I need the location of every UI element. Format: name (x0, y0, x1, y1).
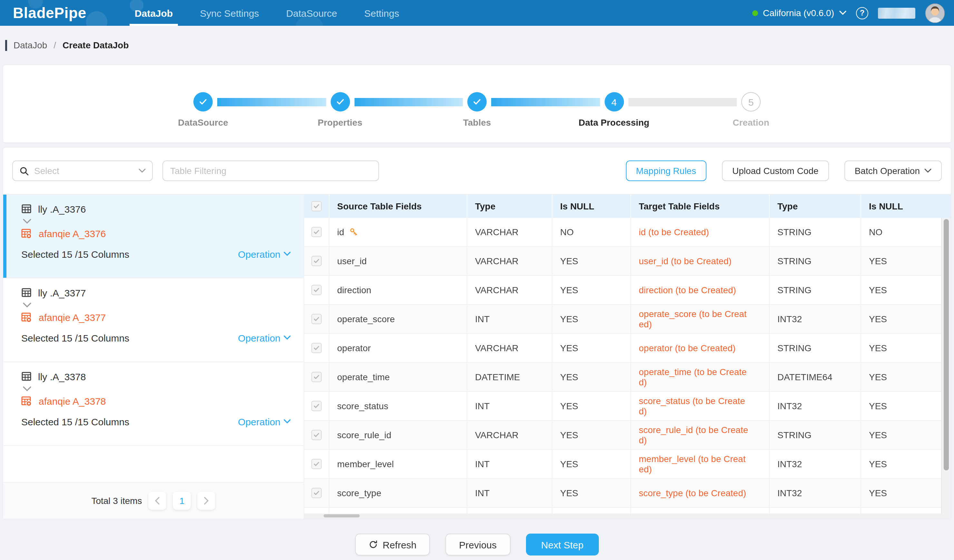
target-field-type: INT32 (777, 488, 802, 498)
target-field-name: operator (to be Created) (639, 343, 736, 353)
source-field-name: member_level (337, 459, 394, 469)
breadcrumb-separator: / (53, 40, 56, 50)
pagination-page-1[interactable]: 1 (173, 492, 191, 510)
target-field-isnull: YES (869, 256, 887, 266)
row-checkbox[interactable] (311, 488, 322, 498)
table-filter-input[interactable] (162, 160, 379, 181)
source-field-name: id (337, 227, 344, 237)
source-field-isnull: YES (560, 401, 578, 411)
source-table-name: lly .A_3378 (38, 371, 86, 382)
step-circle[interactable]: 5 (741, 92, 761, 112)
previous-button[interactable]: Previous (446, 534, 510, 555)
target-field-name: score_rule_id (to be Created) (639, 425, 750, 445)
nav-tab-settings[interactable]: Settings (358, 0, 405, 26)
nav-tab-datasource[interactable]: DataSource (280, 0, 344, 26)
target-field-isnull: YES (869, 314, 887, 324)
target-field-type: STRING (777, 343, 812, 353)
check-icon (313, 203, 320, 210)
top-nav: BladePipe DataJob Sync Settings DataSour… (0, 0, 954, 26)
row-checkbox[interactable] (311, 459, 322, 469)
operation-dropdown[interactable]: Operation (238, 416, 291, 427)
source-field-isnull: YES (560, 285, 578, 295)
horizontal-scrollbar[interactable] (304, 513, 951, 519)
batch-operation-dropdown[interactable]: Batch Operation (845, 160, 942, 181)
row-checkbox[interactable] (311, 256, 322, 266)
target-table-name: afanqie A_3377 (39, 311, 106, 322)
table-pair-item[interactable]: lly .A_3376 afanqie A_3376 Selected 15 /… (3, 194, 304, 278)
nav-tab-datajob[interactable]: DataJob (128, 0, 179, 26)
target-field-name: operate_score (to be Created) (639, 309, 750, 329)
table-pair-item[interactable]: lly .A_3378 afanqie A_3378 Selected 15 /… (3, 362, 304, 446)
username-redacted (878, 8, 915, 19)
check-icon (198, 97, 207, 106)
chevron-down-icon (23, 218, 31, 224)
operation-dropdown[interactable]: Operation (238, 332, 291, 343)
table-list-empty-space (3, 446, 304, 482)
table-pair-item[interactable]: lly .A_3377 afanqie A_3377 Selected 15 /… (3, 278, 304, 362)
breadcrumb-accent-bar (5, 40, 7, 51)
env-selector[interactable]: California (v0.6.0) (752, 8, 846, 18)
steps-card: DataSource Properties Tables 4 Data Proc… (3, 64, 951, 143)
source-field-name: score_type (337, 488, 381, 498)
chevron-down-icon (284, 335, 291, 340)
table-select-dropdown[interactable]: Select (12, 160, 153, 181)
refresh-button[interactable]: Refresh (355, 534, 430, 555)
select-all-checkbox[interactable] (311, 201, 322, 212)
pagination: Total 3 items 1 (3, 482, 304, 519)
row-checkbox[interactable] (311, 343, 322, 353)
row-checkbox[interactable] (311, 314, 322, 324)
nav-tab-sync-settings[interactable]: Sync Settings (193, 0, 265, 26)
table-row: user_id VARCHAR YES user_id (to be Creat… (304, 247, 951, 276)
step-circle[interactable] (467, 92, 487, 112)
upload-custom-code-button[interactable]: Upload Custom Code (722, 160, 829, 181)
operation-dropdown[interactable]: Operation (238, 249, 291, 260)
table-row: operate_score INT YES operate_score (to … (304, 305, 951, 334)
target-field-name: direction (to be Created) (639, 285, 736, 295)
target-field-name: id (to be Created) (639, 227, 709, 237)
help-icon[interactable] (856, 7, 868, 19)
next-step-button[interactable]: Next Step (526, 534, 599, 555)
source-field-isnull: YES (560, 256, 578, 266)
row-checkbox[interactable] (311, 401, 322, 411)
header-isnull: Is NULL (552, 194, 631, 218)
row-checkbox[interactable] (311, 227, 322, 237)
breadcrumb-parent[interactable]: DataJob (14, 40, 47, 50)
expand-toggle[interactable] (23, 216, 291, 226)
pagination-next-button[interactable] (198, 492, 216, 510)
header-target-fields: Target Table Fields (631, 194, 770, 218)
pagination-prev-button[interactable] (148, 492, 167, 510)
nav-right: California (v0.6.0) (752, 3, 945, 23)
step-circle[interactable] (193, 92, 213, 112)
vertical-scrollbar[interactable] (941, 218, 951, 513)
horizontal-scrollbar-thumb[interactable] (324, 514, 360, 518)
target-field-isnull: YES (869, 430, 887, 440)
target-table-plus-icon (21, 396, 32, 406)
mapping-table-body: id VARCHAR NO id (to be Created) STRING … (304, 218, 951, 513)
search-icon (19, 166, 29, 176)
vertical-scrollbar-thumb[interactable] (944, 219, 949, 470)
row-checkbox[interactable] (311, 430, 322, 440)
mapping-rules-button[interactable]: Mapping Rules (625, 160, 706, 181)
source-field-name: operate_score (337, 314, 395, 324)
source-field-name: score_status (337, 401, 388, 411)
target-field-isnull: YES (869, 343, 887, 353)
expand-toggle[interactable] (23, 300, 291, 309)
target-field-type: STRING (777, 256, 812, 266)
source-field-name: score_rule_id (337, 430, 391, 440)
row-checkbox[interactable] (311, 285, 322, 295)
breadcrumb: DataJob / Create DataJob (0, 26, 954, 64)
step-circle[interactable] (330, 92, 350, 112)
avatar[interactable] (925, 3, 945, 23)
source-field-isnull: YES (560, 372, 578, 382)
expand-toggle[interactable] (23, 384, 291, 393)
check-icon (313, 258, 320, 264)
toolbar-actions: Mapping Rules Upload Custom Code Batch O… (625, 160, 942, 181)
row-checkbox[interactable] (311, 372, 322, 382)
step-label: Creation (733, 117, 769, 128)
brand-logo[interactable]: BladePipe (13, 4, 86, 22)
target-field-type: STRING (777, 227, 812, 237)
chevron-down-icon (284, 419, 291, 424)
page-title: Create DataJob (62, 40, 129, 50)
step-circle[interactable]: 4 (604, 92, 624, 112)
source-field-type: INT (475, 488, 489, 498)
